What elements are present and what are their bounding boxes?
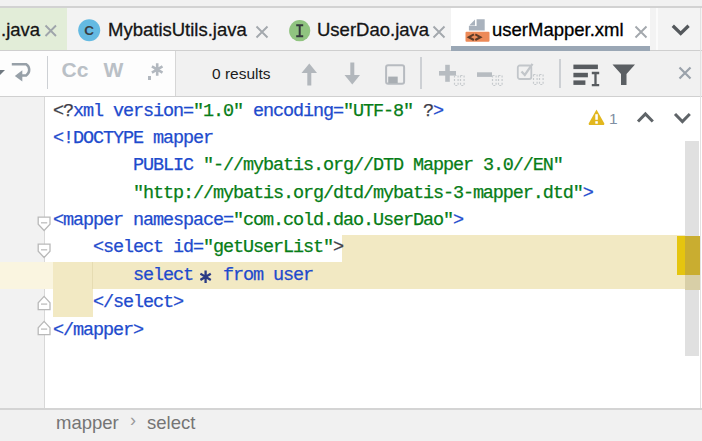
svg-text:C: C xyxy=(84,23,94,38)
